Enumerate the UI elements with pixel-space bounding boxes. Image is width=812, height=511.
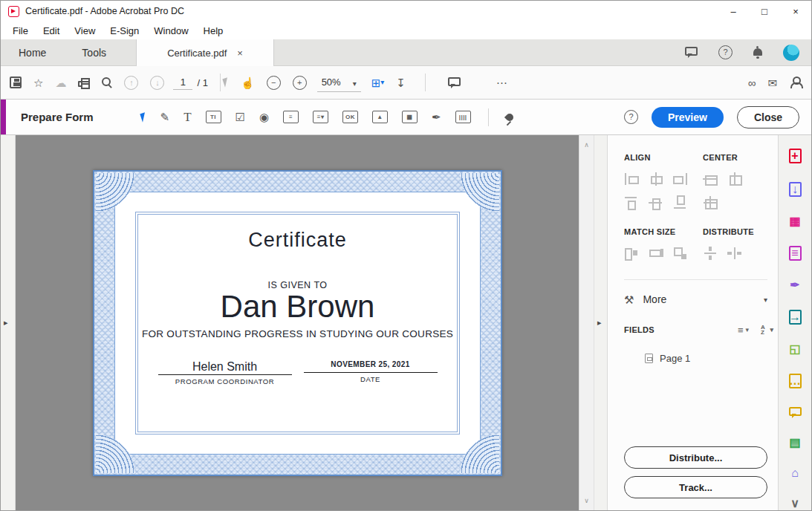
tab-home[interactable]: Home xyxy=(1,39,64,65)
keep-tool-selected-pin-icon[interactable] xyxy=(504,111,515,122)
center-horizontally-icon[interactable] xyxy=(703,172,718,186)
minimize-button[interactable]: – xyxy=(718,1,749,22)
center-vertically-icon[interactable] xyxy=(727,172,742,186)
fields-section-label: FIELDS xyxy=(624,325,655,334)
more-tools-row[interactable]: ⚒ More xyxy=(624,279,767,305)
collapse-right-panel-icon[interactable]: ▸ xyxy=(597,318,602,328)
cloud-upload-icon[interactable]: ☁ xyxy=(55,77,66,88)
match-height-icon[interactable] xyxy=(649,247,663,260)
barcode-field-icon[interactable]: |||| xyxy=(455,111,471,123)
more-tools-chevron-icon[interactable]: ∨ xyxy=(790,498,799,510)
menu-item-edit[interactable]: Edit xyxy=(36,24,67,38)
zoom-in-icon[interactable]: + xyxy=(293,76,307,90)
fit-page-icon[interactable]: ⊞ xyxy=(371,77,385,88)
expand-left-panel-icon[interactable]: ▸ xyxy=(4,318,8,328)
link-share-icon[interactable]: ∞ xyxy=(748,77,756,88)
comment-icon[interactable] xyxy=(448,77,461,86)
scan-ocr-icon[interactable]: ▤ xyxy=(789,437,800,449)
prepare-form-icon[interactable]: ≡ xyxy=(789,246,802,261)
request-signatures-icon[interactable]: → xyxy=(789,310,802,325)
share-with-people-icon[interactable] xyxy=(789,77,802,88)
tab-document[interactable]: Certificate.pdf × xyxy=(136,39,274,66)
toolbar-dock-icon[interactable]: ↧ xyxy=(396,77,406,88)
scroll-down-icon[interactable]: ∨ xyxy=(579,497,594,504)
zoom-dropdown-arrow-icon[interactable] xyxy=(353,76,357,89)
menu-item-file[interactable]: File xyxy=(5,24,36,38)
signature-field-icon[interactable]: ✒ xyxy=(432,111,441,123)
track-button[interactable]: Track... xyxy=(624,476,767,498)
zoom-out-icon[interactable]: − xyxy=(267,76,281,90)
menu-item-help[interactable]: Help xyxy=(196,24,231,38)
match-width-icon[interactable] xyxy=(624,247,639,260)
radio-button-field-icon[interactable]: ◉ xyxy=(259,111,269,123)
star-favorites-icon[interactable]: ☆ xyxy=(33,77,43,88)
feedback-icon[interactable] xyxy=(685,47,698,56)
sort-by-order-icon[interactable]: ≡ xyxy=(738,325,749,335)
document-comment-icon[interactable]: … xyxy=(789,374,802,388)
tools-wrench-icon: ⚒ xyxy=(624,294,634,305)
help-icon[interactable]: ? xyxy=(718,45,733,59)
distribute-vertically-icon[interactable] xyxy=(703,247,718,260)
align-right-icon[interactable] xyxy=(673,172,688,186)
dropdown-field-icon[interactable]: ≡▾ xyxy=(313,111,328,123)
more-tools-overflow-icon[interactable]: ⋯ xyxy=(496,77,507,88)
align-top-icon[interactable] xyxy=(624,196,639,209)
tab-tools[interactable]: Tools xyxy=(64,39,124,65)
zoom-control[interactable]: 50% xyxy=(317,74,361,92)
menu-item-view[interactable]: View xyxy=(67,24,103,38)
organize-pages-icon[interactable]: ▦ xyxy=(789,215,800,227)
sort-alphabetical-icon[interactable]: AZ xyxy=(761,325,767,335)
align-vertical-center-icon[interactable] xyxy=(649,196,663,209)
menu-item-esign[interactable]: E-Sign xyxy=(103,24,146,38)
zoom-value[interactable]: 50% xyxy=(322,77,345,88)
email-icon[interactable]: ✉ xyxy=(767,77,777,88)
next-page-icon[interactable]: ↓ xyxy=(150,76,164,90)
account-avatar[interactable] xyxy=(783,45,799,61)
protect-icon[interactable]: ⌂ xyxy=(791,467,799,479)
print-icon[interactable] xyxy=(78,81,90,87)
help-icon[interactable]: ? xyxy=(624,110,638,124)
align-left-icon[interactable] xyxy=(624,172,639,186)
close-button[interactable]: × xyxy=(780,1,811,22)
export-pdf-icon[interactable]: ↓ xyxy=(789,182,802,197)
image-field-icon[interactable]: ▲ xyxy=(372,111,388,123)
align-horizontal-center-icon[interactable] xyxy=(649,172,663,186)
add-text-icon[interactable]: T xyxy=(183,111,191,123)
fields-page-item[interactable]: Page 1 xyxy=(645,353,767,364)
main-toolbar: ☆☁↑↓ 1 / 1 ☝−+ 50% ⊞↧ ⋯ ∞✉ xyxy=(1,66,811,100)
page-number-input[interactable]: 1 xyxy=(173,75,192,90)
button-field-icon[interactable]: OK xyxy=(342,111,358,123)
save-icon[interactable] xyxy=(10,77,22,88)
close-button[interactable]: Close xyxy=(737,106,799,128)
more-chevron-icon[interactable] xyxy=(764,296,767,304)
certificate-page[interactable]: Certificate IS GIVEN TO Dan Brown FOR OU… xyxy=(93,170,502,476)
preview-button[interactable]: Preview xyxy=(652,107,724,128)
notification-bell-icon[interactable] xyxy=(753,48,762,56)
comment-bubble-icon[interactable] xyxy=(789,407,802,416)
distribute-horizontally-icon[interactable] xyxy=(727,247,742,260)
list-box-field-icon[interactable]: ≡ xyxy=(283,111,299,123)
document-pane[interactable]: Certificate IS GIVEN TO Dan Brown FOR OU… xyxy=(16,135,579,510)
maximize-button[interactable]: □ xyxy=(749,1,780,22)
select-object-tool-icon[interactable] xyxy=(140,112,147,123)
fill-and-sign-icon[interactable]: ✒ xyxy=(790,279,799,291)
match-both-icon[interactable] xyxy=(673,247,688,260)
create-pdf-icon[interactable]: + xyxy=(789,149,802,163)
hand-tool-icon[interactable]: ☝ xyxy=(241,77,255,88)
search-icon[interactable] xyxy=(102,77,111,86)
previous-page-icon[interactable]: ↑ xyxy=(124,76,138,90)
scroll-up-icon[interactable]: ∧ xyxy=(579,141,594,149)
tab-close-icon[interactable]: × xyxy=(237,48,243,59)
select-tool-icon[interactable] xyxy=(222,77,230,88)
edit-fields-icon[interactable]: ✎ xyxy=(160,111,170,123)
center-both-icon[interactable] xyxy=(703,196,718,209)
align-bottom-icon[interactable] xyxy=(673,196,688,209)
date-field-icon[interactable]: ▦ xyxy=(402,111,418,123)
menu-item-window[interactable]: Window xyxy=(146,24,195,38)
text-field-icon[interactable]: TI xyxy=(206,111,221,123)
tab-bar: Home Tools Certificate.pdf × ? xyxy=(1,39,811,66)
crop-resize-icon[interactable]: ◱ xyxy=(789,343,800,355)
distribute-button[interactable]: Distribute... xyxy=(624,446,767,469)
checkbox-field-icon[interactable]: ☑ xyxy=(236,111,245,123)
vertical-scrollbar[interactable]: ∧ ∨ xyxy=(579,135,594,510)
